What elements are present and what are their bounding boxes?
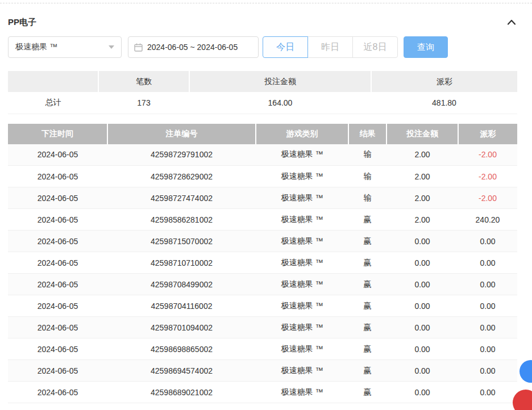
cell-game-type: 极速糖果 ™ xyxy=(256,360,348,382)
game-select-value: 极速糖果 ™ xyxy=(15,42,57,52)
cell-result: 输 xyxy=(348,144,386,166)
cell-result: 赢 xyxy=(348,382,386,403)
summary-total-payout: 481.80 xyxy=(371,92,517,114)
chevron-up-icon xyxy=(507,19,516,25)
quick-date-buttons: 今日 昨日 近8日 xyxy=(263,36,398,58)
summary-total-row: 总计 173 164.00 481.80 xyxy=(8,92,517,114)
cell-bet-amount: 2.00 xyxy=(386,209,458,231)
cell-bet-time: 2024-06-05 xyxy=(8,144,107,166)
cell-bet-time: 2024-06-05 xyxy=(8,382,107,403)
cell-payout: 0.00 xyxy=(458,360,517,382)
table-row: 2024-06-05 42598710710002 极速糖果 ™ 赢 0.00 … xyxy=(8,252,517,274)
cell-result: 输 xyxy=(348,187,386,209)
table-row: 2024-06-05 42598704116002 极速糖果 ™ 赢 0.00 … xyxy=(8,295,517,317)
cell-bet-time: 2024-06-05 xyxy=(8,166,107,187)
cell-order-number: 42598586281002 xyxy=(107,209,256,231)
cell-game-type: 极速糖果 ™ xyxy=(256,209,348,231)
cell-payout: 0.00 xyxy=(458,338,517,360)
date-range-input[interactable]: 2024-06-05 ~ 2024-06-05 xyxy=(128,36,259,58)
cell-bet-time: 2024-06-05 xyxy=(8,231,107,252)
game-select[interactable]: 极速糖果 ™ xyxy=(8,36,122,58)
cell-bet-amount: 0.00 xyxy=(386,382,458,403)
cell-bet-amount: 0.00 xyxy=(386,274,458,295)
bet-table-body: 2024-06-05 42598729791002 极速糖果 ™ 输 2.00 … xyxy=(8,144,517,403)
cell-bet-time: 2024-06-05 xyxy=(8,360,107,382)
header-bet-time: 下注时间 xyxy=(8,124,107,144)
cell-order-number: 42598698865002 xyxy=(107,338,256,360)
cell-bet-amount: 0.00 xyxy=(386,295,458,317)
summary-table: 笔数 投注金额 派彩 总计 173 164.00 481.80 xyxy=(8,71,517,114)
cell-order-number: 42598715070002 xyxy=(107,231,256,252)
summary-total-label: 总计 xyxy=(8,92,98,114)
cell-bet-time: 2024-06-05 xyxy=(8,274,107,295)
cell-payout: 0.00 xyxy=(458,252,517,274)
cell-order-number: 42598701094002 xyxy=(107,317,256,338)
summary-total-count: 173 xyxy=(98,92,189,114)
chevron-down-icon xyxy=(109,45,114,49)
cell-bet-amount: 0.00 xyxy=(386,317,458,338)
cell-payout: 0.00 xyxy=(458,274,517,295)
table-row: 2024-06-05 42598586281002 极速糖果 ™ 赢 2.00 … xyxy=(8,209,517,231)
cell-game-type: 极速糖果 ™ xyxy=(256,338,348,360)
filter-bar: 极速糖果 ™ 2024-06-05 ~ 2024-06-05 今日 昨日 近8日… xyxy=(8,36,517,58)
cell-game-type: 极速糖果 ™ xyxy=(256,317,348,338)
summary-total-bet-amount: 164.00 xyxy=(189,92,371,114)
cell-game-type: 极速糖果 ™ xyxy=(256,231,348,252)
cell-bet-amount: 0.00 xyxy=(386,252,458,274)
last-8-days-button[interactable]: 近8日 xyxy=(352,36,398,58)
table-row: 2024-06-05 42598728629002 极速糖果 ™ 输 2.00 … xyxy=(8,166,517,187)
cell-order-number: 42598727474002 xyxy=(107,187,256,209)
cell-result: 赢 xyxy=(348,360,386,382)
summary-header-bet-amount: 投注金额 xyxy=(189,71,371,92)
cell-game-type: 极速糖果 ™ xyxy=(256,166,348,187)
summary-header-count: 笔数 xyxy=(98,71,189,92)
table-row: 2024-06-05 42598689021002 极速糖果 ™ 赢 0.00 … xyxy=(8,382,517,403)
cell-payout: -2.00 xyxy=(458,144,517,166)
cell-result: 赢 xyxy=(348,295,386,317)
cell-order-number: 42598728629002 xyxy=(107,166,256,187)
cell-game-type: 极速糖果 ™ xyxy=(256,144,348,166)
cell-game-type: 极速糖果 ™ xyxy=(256,295,348,317)
customer-service-button[interactable] xyxy=(519,360,532,383)
cell-payout: 0.00 xyxy=(458,317,517,338)
cell-bet-time: 2024-06-05 xyxy=(8,187,107,209)
query-button[interactable]: 查询 xyxy=(404,36,448,58)
panel-title: PP电子 xyxy=(8,17,36,28)
table-row: 2024-06-05 42598694574002 极速糖果 ™ 赢 0.00 … xyxy=(8,360,517,382)
cell-payout: 0.00 xyxy=(458,231,517,252)
cell-order-number: 42598689021002 xyxy=(107,382,256,403)
cell-bet-amount: 0.00 xyxy=(386,338,458,360)
cell-result: 赢 xyxy=(348,209,386,231)
cell-payout: 0.00 xyxy=(458,382,517,403)
table-row: 2024-06-05 42598698865002 极速糖果 ™ 赢 0.00 … xyxy=(8,338,517,360)
cell-bet-time: 2024-06-05 xyxy=(8,338,107,360)
cell-bet-amount: 0.00 xyxy=(386,231,458,252)
cell-bet-amount: 2.00 xyxy=(386,187,458,209)
cell-order-number: 42598708499002 xyxy=(107,274,256,295)
cell-order-number: 42598729791002 xyxy=(107,144,256,166)
cell-payout: 240.20 xyxy=(458,209,517,231)
cell-order-number: 42598710710002 xyxy=(107,252,256,274)
cell-payout: -2.00 xyxy=(458,187,517,209)
yesterday-button[interactable]: 昨日 xyxy=(307,36,353,58)
cell-bet-amount: 0.00 xyxy=(386,360,458,382)
cell-bet-time: 2024-06-05 xyxy=(8,317,107,338)
table-row: 2024-06-05 42598729791002 极速糖果 ™ 输 2.00 … xyxy=(8,144,517,166)
summary-header-payout: 派彩 xyxy=(371,71,517,92)
header-result: 结果 xyxy=(348,124,386,144)
table-row: 2024-06-05 42598727474002 极速糖果 ™ 输 2.00 … xyxy=(8,187,517,209)
cell-bet-amount: 2.00 xyxy=(386,166,458,187)
cell-result: 输 xyxy=(348,166,386,187)
date-range-value: 2024-06-05 ~ 2024-06-05 xyxy=(147,43,238,52)
cell-order-number: 42598704116002 xyxy=(107,295,256,317)
cell-bet-time: 2024-06-05 xyxy=(8,295,107,317)
table-row: 2024-06-05 42598715070002 极速糖果 ™ 赢 0.00 … xyxy=(8,231,517,252)
records-panel: PP电子 极速糖果 ™ 2024-06-05 ~ 2024-06-05 xyxy=(8,3,517,403)
collapse-button[interactable] xyxy=(505,16,518,28)
cell-payout: 0.00 xyxy=(458,295,517,317)
table-row: 2024-06-05 42598701094002 极速糖果 ™ 赢 0.00 … xyxy=(8,317,517,338)
today-button[interactable]: 今日 xyxy=(263,36,308,58)
header-order-number: 注单编号 xyxy=(107,124,256,144)
cell-game-type: 极速糖果 ™ xyxy=(256,252,348,274)
bet-records-table: 下注时间 注单编号 游戏类别 结果 投注金额 派彩 2024-06-05 425… xyxy=(8,124,517,404)
